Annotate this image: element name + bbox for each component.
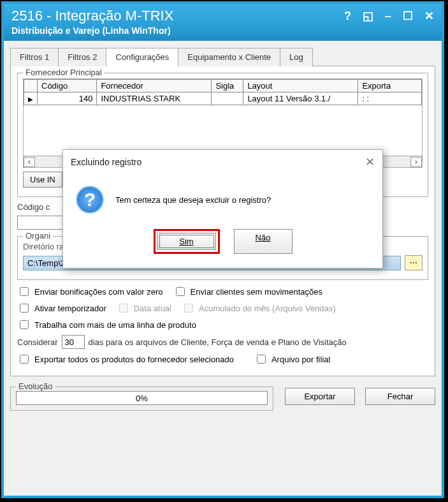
- tab-log[interactable]: Log: [280, 48, 313, 66]
- check-acumulado-box: [184, 304, 193, 313]
- scroll-left-icon[interactable]: ‹: [24, 157, 35, 167]
- evolucao-title: Evolução: [16, 381, 55, 391]
- progress-bar: 0%: [16, 391, 268, 405]
- check-clientes-sem-mov-label: Enviar clientes sem movimentações: [191, 287, 322, 297]
- scroll-right-icon[interactable]: ›: [410, 157, 422, 167]
- check-multi-linha-label: Trabalha com mais de uma linha de produt…: [34, 320, 196, 330]
- nao-button[interactable]: Não: [234, 229, 293, 254]
- tab-equipamento-cliente[interactable]: Equipamento x Cliente: [178, 48, 280, 66]
- considerar-suffix: dias para os arquivos de Cliente, Força …: [89, 337, 347, 347]
- group-org-title: Organi: [23, 231, 53, 240]
- table-row[interactable]: 140 INDUSTRIAS STARK Layout 11 Versão 3.…: [24, 92, 422, 105]
- tab-filtros-1[interactable]: Filtros 1: [10, 48, 59, 66]
- tabstrip: Filtros 1 Filtros 2 Configurações Equipa…: [10, 47, 435, 66]
- considerar-prefix: Considerar: [17, 337, 58, 347]
- exportar-button[interactable]: Exportar: [285, 388, 355, 405]
- fechar-button[interactable]: Fechar: [365, 388, 435, 405]
- check-arquivo-filial[interactable]: Arquivo por filial: [254, 353, 331, 365]
- row-indicator-icon: [24, 92, 38, 105]
- check-data-atual-box: [119, 304, 128, 313]
- col-fornecedor[interactable]: Fornecedor: [97, 80, 212, 92]
- confirm-dialog: Excluindo registro ✕ ? Tem certeza que d…: [62, 149, 383, 269]
- check-bonif-zero[interactable]: Enviar bonificações com valor zero: [17, 285, 163, 298]
- progress-value: 0%: [136, 394, 148, 403]
- cell-fornecedor[interactable]: INDUSTRIAS STARK: [97, 92, 212, 105]
- col-exporta[interactable]: Exporta: [358, 80, 422, 92]
- browse-dir-button[interactable]: ⋯: [405, 255, 423, 270]
- check-acumulado: Acumulado do mês (Arquivo Vendas): [182, 302, 336, 314]
- sim-button[interactable]: Sim: [157, 233, 216, 250]
- tab-configuracoes[interactable]: Configurações: [106, 48, 178, 66]
- titlebar: 2516 - Integração M-TRIX Distribuição e …: [4, 4, 442, 41]
- window-title: 2516 - Integração M-TRIX: [11, 8, 173, 24]
- check-ativar-temp[interactable]: Ativar temporizador: [17, 302, 106, 314]
- check-arquivo-filial-label: Arquivo por filial: [271, 355, 331, 364]
- dialog-close-icon[interactable]: ✕: [365, 155, 375, 169]
- question-icon: ?: [76, 186, 104, 214]
- cell-codigo[interactable]: 140: [38, 92, 97, 105]
- cell-layout[interactable]: Layout 11 Versão 3.1./: [243, 92, 358, 105]
- check-export-all-box[interactable]: [20, 355, 29, 364]
- check-export-all[interactable]: Exportar todos os produtos do fornecedor…: [17, 353, 234, 365]
- use-in-button[interactable]: Use IN: [23, 172, 62, 188]
- cell-sigla[interactable]: [212, 92, 243, 105]
- check-ativar-temp-label: Ativar temporizador: [34, 304, 106, 313]
- cell-exporta[interactable]: : :: [358, 92, 422, 105]
- check-multi-linha[interactable]: Trabalha com mais de uma linha de produt…: [17, 318, 196, 331]
- window-subtitle: Distribuição e Varejo (Linha WinThor): [11, 26, 173, 36]
- check-bonif-zero-label: Enviar bonificações com valor zero: [34, 287, 163, 297]
- dialog-title: Excluindo registro: [71, 157, 141, 167]
- considerar-dias-input[interactable]: [62, 335, 85, 349]
- codigo-label: Código c: [17, 202, 50, 212]
- nao-button-label: Não: [256, 233, 271, 242]
- check-export-all-label: Exportar todos os produtos do fornecedor…: [34, 355, 234, 364]
- check-clientes-sem-mov[interactable]: Enviar clientes sem movimentações: [173, 285, 322, 298]
- minimize-icon[interactable]: –: [385, 10, 391, 23]
- check-bonif-zero-box[interactable]: [20, 287, 29, 296]
- restore-icon[interactable]: ◱: [363, 9, 373, 23]
- close-icon[interactable]: ✕: [424, 9, 434, 23]
- dialog-message: Tem certeza que deseja excluir o registr…: [115, 195, 271, 205]
- tab-filtros-2[interactable]: Filtros 2: [58, 48, 106, 66]
- check-arquivo-filial-box[interactable]: [257, 355, 266, 364]
- check-clientes-sem-mov-box[interactable]: [176, 287, 185, 296]
- check-ativar-temp-box[interactable]: [20, 304, 29, 313]
- group-evolucao: Evolução 0%: [10, 387, 273, 411]
- col-sigla[interactable]: Sigla: [212, 80, 243, 92]
- check-data-atual: Data atual: [117, 302, 171, 314]
- col-codigo[interactable]: Código: [38, 80, 97, 92]
- help-icon[interactable]: ?: [344, 10, 351, 23]
- check-acumulado-label: Acumulado do mês (Arquivo Vendas): [199, 304, 336, 313]
- folder-browse-icon: ⋯: [410, 258, 417, 267]
- sim-button-label: Sim: [179, 237, 193, 246]
- check-data-atual-label: Data atual: [134, 304, 171, 313]
- maximize-icon[interactable]: ☐: [403, 9, 413, 23]
- group-fornecedor-title: Fornecedor Principal: [23, 68, 105, 77]
- col-layout[interactable]: Layout: [243, 80, 358, 92]
- check-multi-linha-box[interactable]: [20, 320, 29, 329]
